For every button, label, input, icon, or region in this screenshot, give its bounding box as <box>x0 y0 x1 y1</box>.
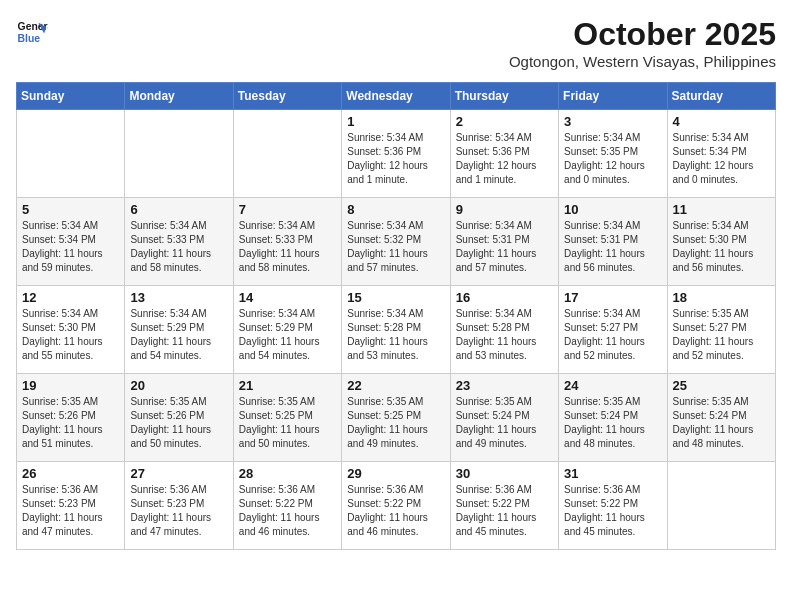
calendar-cell <box>125 110 233 198</box>
day-number: 25 <box>673 378 770 393</box>
day-number: 6 <box>130 202 227 217</box>
day-number: 12 <box>22 290 119 305</box>
day-number: 21 <box>239 378 336 393</box>
day-number: 26 <box>22 466 119 481</box>
day-number: 8 <box>347 202 444 217</box>
day-info: Sunrise: 5:36 AM Sunset: 5:22 PM Dayligh… <box>347 483 444 539</box>
day-info: Sunrise: 5:34 AM Sunset: 5:28 PM Dayligh… <box>456 307 553 363</box>
calendar-cell: 31Sunrise: 5:36 AM Sunset: 5:22 PM Dayli… <box>559 462 667 550</box>
calendar-header-row: SundayMondayTuesdayWednesdayThursdayFrid… <box>17 83 776 110</box>
week-row-5: 26Sunrise: 5:36 AM Sunset: 5:23 PM Dayli… <box>17 462 776 550</box>
calendar-cell: 30Sunrise: 5:36 AM Sunset: 5:22 PM Dayli… <box>450 462 558 550</box>
calendar-cell <box>17 110 125 198</box>
header-wednesday: Wednesday <box>342 83 450 110</box>
day-info: Sunrise: 5:36 AM Sunset: 5:23 PM Dayligh… <box>22 483 119 539</box>
calendar-cell: 6Sunrise: 5:34 AM Sunset: 5:33 PM Daylig… <box>125 198 233 286</box>
header-sunday: Sunday <box>17 83 125 110</box>
calendar-cell: 2Sunrise: 5:34 AM Sunset: 5:36 PM Daylig… <box>450 110 558 198</box>
day-info: Sunrise: 5:34 AM Sunset: 5:31 PM Dayligh… <box>564 219 661 275</box>
day-info: Sunrise: 5:36 AM Sunset: 5:22 PM Dayligh… <box>564 483 661 539</box>
calendar-cell: 9Sunrise: 5:34 AM Sunset: 5:31 PM Daylig… <box>450 198 558 286</box>
week-row-2: 5Sunrise: 5:34 AM Sunset: 5:34 PM Daylig… <box>17 198 776 286</box>
day-number: 17 <box>564 290 661 305</box>
calendar-cell: 13Sunrise: 5:34 AM Sunset: 5:29 PM Dayli… <box>125 286 233 374</box>
calendar-cell: 4Sunrise: 5:34 AM Sunset: 5:34 PM Daylig… <box>667 110 775 198</box>
calendar-cell: 29Sunrise: 5:36 AM Sunset: 5:22 PM Dayli… <box>342 462 450 550</box>
location-subtitle: Ogtongon, Western Visayas, Philippines <box>509 53 776 70</box>
calendar-cell <box>233 110 341 198</box>
day-info: Sunrise: 5:35 AM Sunset: 5:25 PM Dayligh… <box>347 395 444 451</box>
calendar-cell: 11Sunrise: 5:34 AM Sunset: 5:30 PM Dayli… <box>667 198 775 286</box>
calendar-cell: 5Sunrise: 5:34 AM Sunset: 5:34 PM Daylig… <box>17 198 125 286</box>
svg-text:Blue: Blue <box>18 33 41 44</box>
day-number: 28 <box>239 466 336 481</box>
day-number: 31 <box>564 466 661 481</box>
header-tuesday: Tuesday <box>233 83 341 110</box>
day-info: Sunrise: 5:34 AM Sunset: 5:30 PM Dayligh… <box>673 219 770 275</box>
day-info: Sunrise: 5:34 AM Sunset: 5:33 PM Dayligh… <box>239 219 336 275</box>
calendar-cell: 12Sunrise: 5:34 AM Sunset: 5:30 PM Dayli… <box>17 286 125 374</box>
day-info: Sunrise: 5:36 AM Sunset: 5:23 PM Dayligh… <box>130 483 227 539</box>
day-number: 27 <box>130 466 227 481</box>
calendar-cell: 22Sunrise: 5:35 AM Sunset: 5:25 PM Dayli… <box>342 374 450 462</box>
day-info: Sunrise: 5:35 AM Sunset: 5:26 PM Dayligh… <box>130 395 227 451</box>
day-info: Sunrise: 5:34 AM Sunset: 5:34 PM Dayligh… <box>673 131 770 187</box>
calendar-cell: 10Sunrise: 5:34 AM Sunset: 5:31 PM Dayli… <box>559 198 667 286</box>
day-number: 7 <box>239 202 336 217</box>
day-info: Sunrise: 5:35 AM Sunset: 5:25 PM Dayligh… <box>239 395 336 451</box>
day-info: Sunrise: 5:35 AM Sunset: 5:24 PM Dayligh… <box>456 395 553 451</box>
calendar-table: SundayMondayTuesdayWednesdayThursdayFrid… <box>16 82 776 550</box>
header-friday: Friday <box>559 83 667 110</box>
calendar-cell: 27Sunrise: 5:36 AM Sunset: 5:23 PM Dayli… <box>125 462 233 550</box>
day-info: Sunrise: 5:35 AM Sunset: 5:26 PM Dayligh… <box>22 395 119 451</box>
month-year-title: October 2025 <box>509 16 776 53</box>
calendar-cell: 3Sunrise: 5:34 AM Sunset: 5:35 PM Daylig… <box>559 110 667 198</box>
logo-icon: General Blue <box>16 16 48 48</box>
calendar-cell: 20Sunrise: 5:35 AM Sunset: 5:26 PM Dayli… <box>125 374 233 462</box>
week-row-1: 1Sunrise: 5:34 AM Sunset: 5:36 PM Daylig… <box>17 110 776 198</box>
day-info: Sunrise: 5:34 AM Sunset: 5:36 PM Dayligh… <box>456 131 553 187</box>
week-row-3: 12Sunrise: 5:34 AM Sunset: 5:30 PM Dayli… <box>17 286 776 374</box>
day-info: Sunrise: 5:34 AM Sunset: 5:33 PM Dayligh… <box>130 219 227 275</box>
day-number: 13 <box>130 290 227 305</box>
day-number: 16 <box>456 290 553 305</box>
day-number: 9 <box>456 202 553 217</box>
calendar-cell: 26Sunrise: 5:36 AM Sunset: 5:23 PM Dayli… <box>17 462 125 550</box>
calendar-cell <box>667 462 775 550</box>
day-info: Sunrise: 5:34 AM Sunset: 5:29 PM Dayligh… <box>130 307 227 363</box>
calendar-cell: 1Sunrise: 5:34 AM Sunset: 5:36 PM Daylig… <box>342 110 450 198</box>
day-number: 3 <box>564 114 661 129</box>
day-number: 23 <box>456 378 553 393</box>
logo: General Blue <box>16 16 48 48</box>
calendar-cell: 17Sunrise: 5:34 AM Sunset: 5:27 PM Dayli… <box>559 286 667 374</box>
day-number: 5 <box>22 202 119 217</box>
day-number: 22 <box>347 378 444 393</box>
calendar-cell: 7Sunrise: 5:34 AM Sunset: 5:33 PM Daylig… <box>233 198 341 286</box>
day-info: Sunrise: 5:35 AM Sunset: 5:27 PM Dayligh… <box>673 307 770 363</box>
day-number: 30 <box>456 466 553 481</box>
day-info: Sunrise: 5:34 AM Sunset: 5:32 PM Dayligh… <box>347 219 444 275</box>
calendar-cell: 16Sunrise: 5:34 AM Sunset: 5:28 PM Dayli… <box>450 286 558 374</box>
day-info: Sunrise: 5:34 AM Sunset: 5:31 PM Dayligh… <box>456 219 553 275</box>
title-block: October 2025 Ogtongon, Western Visayas, … <box>509 16 776 70</box>
calendar-cell: 28Sunrise: 5:36 AM Sunset: 5:22 PM Dayli… <box>233 462 341 550</box>
day-number: 11 <box>673 202 770 217</box>
day-number: 15 <box>347 290 444 305</box>
day-info: Sunrise: 5:34 AM Sunset: 5:27 PM Dayligh… <box>564 307 661 363</box>
week-row-4: 19Sunrise: 5:35 AM Sunset: 5:26 PM Dayli… <box>17 374 776 462</box>
header-monday: Monday <box>125 83 233 110</box>
day-number: 2 <box>456 114 553 129</box>
day-number: 20 <box>130 378 227 393</box>
day-number: 4 <box>673 114 770 129</box>
day-info: Sunrise: 5:34 AM Sunset: 5:29 PM Dayligh… <box>239 307 336 363</box>
day-info: Sunrise: 5:34 AM Sunset: 5:34 PM Dayligh… <box>22 219 119 275</box>
header-saturday: Saturday <box>667 83 775 110</box>
day-number: 10 <box>564 202 661 217</box>
day-number: 29 <box>347 466 444 481</box>
day-info: Sunrise: 5:34 AM Sunset: 5:28 PM Dayligh… <box>347 307 444 363</box>
day-info: Sunrise: 5:36 AM Sunset: 5:22 PM Dayligh… <box>456 483 553 539</box>
day-number: 14 <box>239 290 336 305</box>
day-number: 1 <box>347 114 444 129</box>
day-info: Sunrise: 5:34 AM Sunset: 5:35 PM Dayligh… <box>564 131 661 187</box>
calendar-cell: 8Sunrise: 5:34 AM Sunset: 5:32 PM Daylig… <box>342 198 450 286</box>
